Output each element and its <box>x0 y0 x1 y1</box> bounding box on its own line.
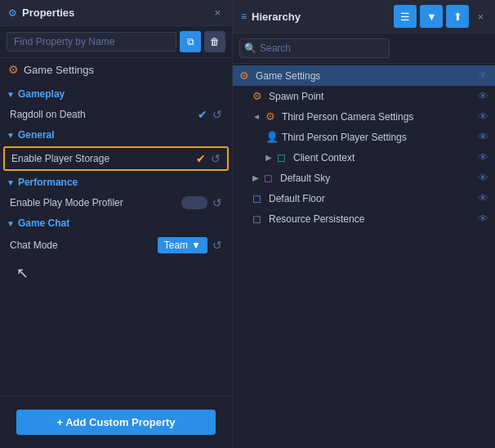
default-sky-hier-label: Default Sky <box>280 172 475 184</box>
hierarchy-icon: ≡ <box>241 11 247 22</box>
player-settings-hier-icon: 👤 <box>265 131 279 143</box>
hierarchy-search-wrap: 🔍 <box>239 38 488 58</box>
gameplay-arrow-icon: ▼ <box>7 90 15 99</box>
general-section-header[interactable]: ▼ General <box>0 125 232 145</box>
player-settings-visibility-icon[interactable]: 👁 <box>478 131 488 143</box>
gameplay-section-label: Gameplay <box>18 88 65 100</box>
hierarchy-game-settings[interactable]: ⚙ Game Settings 👁 <box>233 65 495 86</box>
sky-expand-icon: ▶ <box>252 173 259 182</box>
resource-persistence-visibility-icon[interactable]: 👁 <box>478 213 488 225</box>
ragdoll-check-icon: ✔ <box>198 108 207 121</box>
hierarchy-toolbar: ☰ ▼ ⬆ <box>394 5 469 28</box>
default-sky-hier-icon: ◻ <box>264 172 277 184</box>
copy-icon-button[interactable]: ⧉ <box>180 31 201 52</box>
resource-persistence-hier-label: Resource Persistence <box>269 213 475 225</box>
client-context-hier-label: Client Context <box>293 152 475 164</box>
player-storage-check-icon: ✔ <box>196 152 206 165</box>
player-storage-reset-icon[interactable]: ↺ <box>211 152 221 165</box>
gameplay-section-header[interactable]: ▼ Gameplay <box>0 84 232 104</box>
game-settings-hier-label: Game Settings <box>256 70 475 82</box>
general-arrow-icon: ▼ <box>7 131 15 140</box>
hierarchy-resource-persistence[interactable]: ◻ Resource Persistence 👁 <box>233 208 495 229</box>
default-sky-visibility-icon[interactable]: 👁 <box>478 172 488 184</box>
hierarchy-upload-button[interactable]: ⬆ <box>446 5 469 28</box>
chat-mode-reset-icon[interactable]: ↺ <box>212 239 222 252</box>
empty-area: ↖ <box>0 258 232 289</box>
camera-settings-hier-label: Third Person Camera Settings <box>282 111 475 123</box>
default-floor-hier-icon: ◻ <box>252 192 265 204</box>
client-expand-icon: ▶ <box>265 153 272 162</box>
game-settings-visibility-icon[interactable]: 👁 <box>478 69 488 82</box>
hierarchy-default-sky[interactable]: ▶ ◻ Default Sky 👁 <box>233 168 495 188</box>
hierarchy-search-icon: 🔍 <box>244 43 256 54</box>
hierarchy-search-bar: 🔍 <box>233 34 495 64</box>
game-chat-section-label: Game Chat <box>18 217 69 229</box>
game-chat-section-header[interactable]: ▼ Game Chat <box>0 213 232 233</box>
hierarchy-spawn-point[interactable]: ⚙ Spawn Point 👁 <box>233 86 495 106</box>
hierarchy-title: Hierarchy <box>252 11 389 23</box>
game-settings-hier-icon: ⚙ <box>239 69 252 82</box>
spawn-point-visibility-icon[interactable]: 👁 <box>478 90 488 102</box>
performance-arrow-icon: ▼ <box>7 178 15 187</box>
ragdoll-reset-icon[interactable]: ↺ <box>212 108 222 121</box>
play-mode-profiler-toggle[interactable] <box>181 196 207 209</box>
hierarchy-client-context[interactable]: ▶ ◻ Client Context 👁 <box>233 147 495 168</box>
performance-section-label: Performance <box>18 177 78 188</box>
properties-close-button[interactable]: × <box>211 5 224 20</box>
cursor-icon: ↖ <box>16 264 29 282</box>
general-section-label: General <box>18 129 55 141</box>
chat-mode-label: Chat Mode <box>10 240 153 251</box>
camera-expand-icon: ◄ <box>252 112 261 121</box>
game-settings-row: ⚙ Game Settings <box>0 58 232 81</box>
chat-mode-dropdown[interactable]: Team ▼ <box>158 237 207 253</box>
game-settings-label: Game Settings <box>24 64 94 76</box>
resource-persistence-hier-icon: ◻ <box>252 213 265 225</box>
properties-content: ▼ Gameplay Ragdoll on Death ✔ ↺ ▼ Genera… <box>0 81 232 396</box>
camera-settings-hier-icon: ⚙ <box>265 110 279 123</box>
play-mode-profiler-label: Enable Play Mode Profiler <box>10 197 176 208</box>
hierarchy-third-person-camera[interactable]: ◄ ⚙ Third Person Camera Settings 👁 <box>233 106 495 127</box>
properties-header: ⚙ Properties × <box>0 0 232 26</box>
hierarchy-list-button[interactable]: ☰ <box>394 5 417 28</box>
hierarchy-third-person-player[interactable]: 👤 Third Person Player Settings 👁 <box>233 127 495 147</box>
performance-section-header[interactable]: ▼ Performance <box>0 172 232 192</box>
enable-player-storage-label: Enable Player Storage <box>11 153 191 164</box>
game-chat-arrow-icon: ▼ <box>7 219 15 228</box>
client-context-hier-icon: ◻ <box>277 151 290 164</box>
left-panel: ⚙ Properties × ⧉ 🗑 ⚙ Game Settings ▼ Gam… <box>0 0 233 448</box>
chat-mode-row: Chat Mode Team ▼ ↺ <box>0 233 232 258</box>
delete-icon-button[interactable]: 🗑 <box>204 31 225 52</box>
game-settings-icon: ⚙ <box>8 63 19 76</box>
spawn-point-hier-icon: ⚙ <box>252 90 265 102</box>
chat-mode-chevron-icon: ▼ <box>191 240 201 251</box>
hierarchy-header: ≡ Hierarchy ☰ ▼ ⬆ × <box>233 0 495 34</box>
camera-settings-visibility-icon[interactable]: 👁 <box>478 110 488 123</box>
spawn-point-hier-label: Spawn Point <box>269 91 475 102</box>
hierarchy-default-floor[interactable]: ◻ Default Floor 👁 <box>233 188 495 208</box>
hierarchy-filter-button[interactable]: ▼ <box>420 5 443 28</box>
hierarchy-search-input[interactable] <box>239 38 390 58</box>
ragdoll-on-death-row: Ragdoll on Death ✔ ↺ <box>0 104 232 125</box>
ragdoll-on-death-label: Ragdoll on Death <box>10 109 193 120</box>
client-context-visibility-icon[interactable]: 👁 <box>478 151 488 164</box>
enable-player-storage-row: Enable Player Storage ✔ ↺ <box>3 146 229 171</box>
add-custom-property-button[interactable]: + Add Custom Property <box>16 410 216 435</box>
property-search-bar: ⧉ 🗑 <box>0 26 232 58</box>
play-mode-profiler-row: Enable Play Mode Profiler ↺ <box>0 192 232 213</box>
find-property-input[interactable] <box>7 32 176 52</box>
bottom-area: + Add Custom Property <box>0 396 232 448</box>
properties-gear-icon: ⚙ <box>8 7 17 19</box>
chat-mode-value: Team <box>164 240 188 251</box>
properties-title: Properties <box>22 7 206 19</box>
player-settings-hier-label: Third Person Player Settings <box>282 132 475 143</box>
default-floor-visibility-icon[interactable]: 👁 <box>478 192 488 204</box>
profiler-reset-icon[interactable]: ↺ <box>212 196 222 209</box>
default-floor-hier-label: Default Floor <box>269 193 475 204</box>
right-panel: ≡ Hierarchy ☰ ▼ ⬆ × 🔍 ⚙ Game Settings 👁 … <box>233 0 495 448</box>
hierarchy-close-button[interactable]: × <box>474 9 487 25</box>
hierarchy-content: ⚙ Game Settings 👁 ⚙ Spawn Point 👁 ◄ ⚙ Th… <box>233 64 495 448</box>
